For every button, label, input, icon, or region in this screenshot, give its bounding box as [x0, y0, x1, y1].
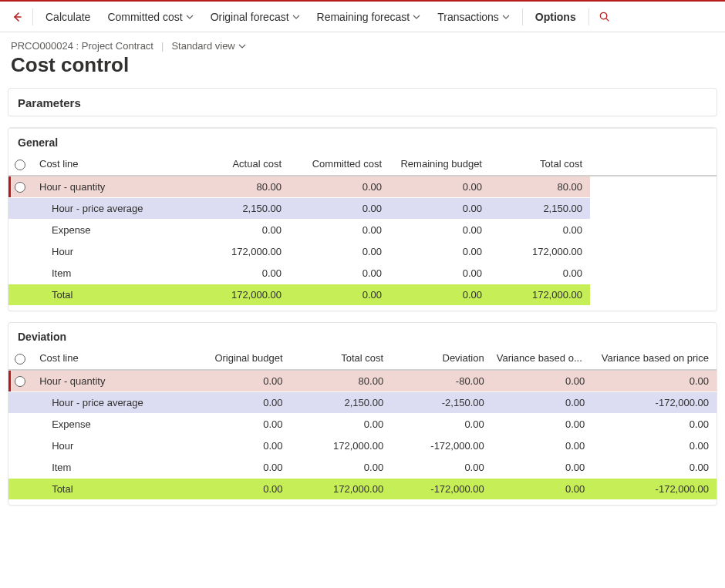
search-icon — [599, 11, 610, 22]
row-selector[interactable] — [8, 241, 35, 263]
committed-cost-menu[interactable]: Committed cost — [99, 8, 201, 26]
cell-filler — [590, 263, 717, 284]
cell-filler — [590, 284, 717, 306]
cell-value: 0.00 — [592, 457, 717, 479]
cell-value: 0.00 — [389, 241, 490, 263]
cell-cost-line: Hour — [35, 241, 189, 263]
cell-value: 0.00 — [592, 370, 717, 392]
cell-value: 0.00 — [289, 263, 389, 284]
cell-value: 0.00 — [492, 370, 593, 392]
row-selector[interactable] — [8, 392, 35, 414]
row-selector[interactable] — [8, 176, 35, 198]
row-selector[interactable] — [8, 263, 35, 284]
transactions-menu[interactable]: Transactions — [430, 8, 518, 26]
select-all-header[interactable] — [8, 153, 35, 176]
options-label: Options — [535, 11, 576, 23]
cell-value: -2,150.00 — [391, 392, 492, 414]
cell-value: 80.00 — [291, 370, 392, 392]
col-original-budget[interactable]: Original budget — [190, 348, 291, 370]
col-variance-qty[interactable]: Variance based o... — [492, 348, 593, 370]
cell-value: -172,000.00 — [391, 479, 492, 500]
cell-value: 2,150.00 — [189, 198, 289, 220]
table-row[interactable]: Expense0.000.000.000.00 — [8, 220, 717, 241]
general-header[interactable]: General — [8, 128, 717, 153]
cell-value: 0.00 — [490, 220, 590, 241]
cell-value: 0.00 — [189, 263, 289, 284]
transactions-label: Transactions — [437, 11, 499, 23]
search-button[interactable] — [594, 6, 615, 28]
cell-value: 0.00 — [592, 435, 717, 457]
cell-value: 0.00 — [289, 284, 389, 306]
back-button[interactable] — [6, 6, 28, 28]
col-remaining-budget[interactable]: Remaining budget — [389, 153, 490, 176]
remaining-forecast-menu[interactable]: Remaining forecast — [309, 8, 429, 26]
col-deviation[interactable]: Deviation — [391, 348, 492, 370]
cell-cost-line: Item — [35, 457, 190, 479]
cell-filler — [590, 176, 717, 198]
table-row[interactable]: Total172,000.000.000.00172,000.00 — [8, 284, 717, 306]
table-row[interactable]: Expense0.000.000.000.000.00 — [8, 414, 717, 435]
cell-value: 0.00 — [190, 414, 291, 435]
cell-value: 80.00 — [189, 176, 289, 198]
cell-filler — [590, 241, 717, 263]
options-button[interactable]: Options — [528, 8, 584, 26]
row-selector[interactable] — [8, 370, 35, 392]
col-cost-line[interactable]: Cost line — [35, 348, 190, 370]
col-committed-cost[interactable]: Committed cost — [289, 153, 389, 176]
general-header-row: Cost line Actual cost Committed cost Rem… — [8, 153, 717, 176]
row-selector[interactable] — [8, 479, 35, 500]
cell-value: 0.00 — [291, 414, 392, 435]
view-label: Standard view — [171, 40, 234, 52]
arrow-left-icon — [11, 11, 23, 23]
cell-value: 0.00 — [190, 435, 291, 457]
table-row[interactable]: Item0.000.000.000.000.00 — [8, 457, 717, 479]
select-all-header[interactable] — [8, 348, 35, 370]
table-row[interactable]: Hour172,000.000.000.00172,000.00 — [8, 241, 717, 263]
parameters-header[interactable]: Parameters — [8, 89, 717, 116]
cell-value: 2,150.00 — [291, 392, 392, 414]
original-forecast-menu[interactable]: Original forecast — [203, 8, 308, 26]
row-selector[interactable] — [8, 414, 35, 435]
table-row[interactable]: Hour - quantity80.000.000.0080.00 — [8, 176, 717, 198]
cell-value: 0.00 — [492, 435, 593, 457]
cell-value: -80.00 — [391, 370, 492, 392]
table-row[interactable]: Total0.00172,000.00-172,000.000.00-172,0… — [8, 479, 717, 500]
col-total-cost[interactable]: Total cost — [490, 153, 590, 176]
cell-value: 172,000.00 — [291, 479, 392, 500]
col-actual-cost[interactable]: Actual cost — [189, 153, 289, 176]
cell-value: 0.00 — [492, 414, 593, 435]
row-selector[interactable] — [8, 198, 35, 220]
breadcrumb-contract: PRCO000024 : Project Contract — [11, 40, 153, 52]
calculate-button[interactable]: Calculate — [38, 8, 98, 26]
table-row[interactable]: Hour - price average2,150.000.000.002,15… — [8, 198, 717, 220]
col-filler — [590, 153, 717, 176]
table-row[interactable]: Hour - quantity0.0080.00-80.000.000.00 — [8, 370, 717, 392]
row-selector[interactable] — [8, 284, 35, 306]
remaining-forecast-label: Remaining forecast — [317, 11, 410, 23]
cell-value: 0.00 — [291, 457, 392, 479]
general-section: General Cost line Actual cost Committed … — [8, 127, 717, 311]
row-selector[interactable] — [8, 435, 35, 457]
deviation-grid: Cost line Original budget Total cost Dev… — [8, 348, 717, 500]
cell-cost-line: Hour - price average — [35, 392, 190, 414]
col-cost-line[interactable]: Cost line — [35, 153, 189, 176]
cell-value: 0.00 — [289, 220, 389, 241]
table-row[interactable]: Hour0.00172,000.00-172,000.000.000.00 — [8, 435, 717, 457]
cell-cost-line: Hour - quantity — [35, 370, 190, 392]
cell-value: 0.00 — [289, 198, 389, 220]
toolbar-separator — [522, 8, 523, 25]
row-selector[interactable] — [8, 457, 35, 479]
row-selector[interactable] — [8, 220, 35, 241]
col-variance-price[interactable]: Variance based on price — [592, 348, 717, 370]
deviation-grid-wrap: Cost line Original budget Total cost Dev… — [8, 348, 717, 505]
radio-icon — [15, 160, 25, 170]
col-total-cost[interactable]: Total cost — [291, 348, 392, 370]
toolbar-separator — [588, 8, 589, 25]
view-switcher[interactable]: Standard view — [171, 40, 245, 52]
table-row[interactable]: Hour - price average0.002,150.00-2,150.0… — [8, 392, 717, 414]
calculate-label: Calculate — [46, 11, 90, 23]
table-row[interactable]: Item0.000.000.000.00 — [8, 263, 717, 284]
cell-value: 172,000.00 — [189, 284, 289, 306]
cell-cost-line: Total — [35, 284, 189, 306]
deviation-header[interactable]: Deviation — [8, 323, 717, 348]
